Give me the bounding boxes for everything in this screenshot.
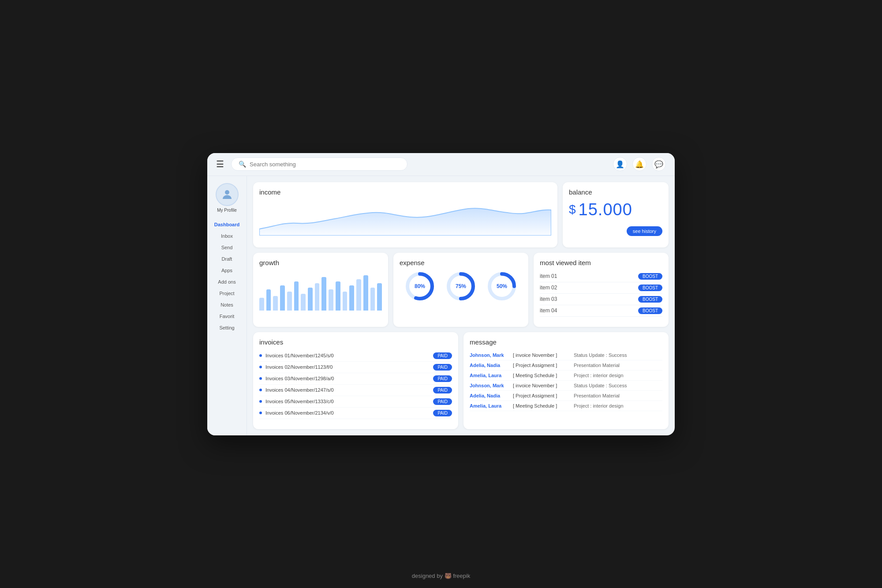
msg-sender: Amelia, Laura <box>470 403 509 408</box>
msg-sender: Adelia, Nadia <box>470 363 509 368</box>
bottom-row: invoices Invoices 01/November/1245/s/0 P… <box>253 332 669 429</box>
invoices-title: invoices <box>259 338 452 346</box>
invoice-text: Invoices 04/November/1247/s/0 <box>265 387 334 393</box>
balance-amount: $ 15.000 <box>569 200 662 219</box>
expense-title: expense <box>400 259 522 266</box>
message-list: Johnson, Mark [ invoice November ] Statu… <box>470 350 662 411</box>
profile-name: My Profile <box>217 208 236 213</box>
growth-bar <box>308 288 313 311</box>
topbar-icons: 👤 🔔 💬 <box>613 157 666 171</box>
expense-card: expense 80% <box>393 253 528 327</box>
footer: designed by 🐻 freepik <box>0 573 882 579</box>
msg-preview: Project : interior design <box>574 403 624 408</box>
growth-bar <box>377 283 382 310</box>
sidebar-item-send[interactable]: Send <box>207 242 247 253</box>
menu-icon[interactable]: ☰ <box>216 159 224 169</box>
invoice-bullet <box>259 354 262 357</box>
sidebar-item-setting[interactable]: Setting <box>207 322 247 333</box>
growth-bar <box>349 285 354 310</box>
growth-chart <box>259 271 382 311</box>
invoice-row: Invoices 06/November/2134/v/0 PAID <box>259 408 452 419</box>
invoice-text: Invoices 06/November/2134/v/0 <box>265 410 334 416</box>
growth-bar <box>294 281 299 311</box>
growth-bar <box>363 275 368 311</box>
topbar: ☰ 🔍 👤 🔔 💬 <box>207 153 675 176</box>
sidebar-item-notes[interactable]: Notes <box>207 299 247 311</box>
invoice-row: Invoices 03/November/1298/a/0 PAID <box>259 373 452 385</box>
paid-badge: PAID <box>433 410 452 416</box>
msg-sender: Amelia, Laura <box>470 373 509 378</box>
invoice-bullet <box>259 412 262 414</box>
middle-row: growth expense 80% <box>253 253 669 327</box>
boost-button[interactable]: BOOST <box>638 307 662 314</box>
boost-button[interactable]: BOOST <box>638 273 662 280</box>
income-title: income <box>259 188 551 196</box>
messages-card: message Johnson, Mark [ invoice November… <box>463 332 669 429</box>
growth-bar <box>321 277 326 310</box>
msg-sender: Johnson, Mark <box>470 383 509 388</box>
growth-bar <box>287 292 292 310</box>
donut-75: 75% <box>445 271 476 302</box>
invoice-bullet <box>259 400 262 403</box>
boost-button[interactable]: BOOST <box>638 296 662 303</box>
paid-badge: PAID <box>433 364 452 371</box>
msg-subject: [ invoice November ] <box>513 383 570 388</box>
msg-subject: [ Project Assigment ] <box>513 393 570 398</box>
sidebar-item-apps[interactable]: Apps <box>207 265 247 276</box>
donut-chart-75: 75% <box>445 271 476 302</box>
balance-number: 15.000 <box>579 200 632 219</box>
main-layout: My Profile Dashboard Inbox Send Draft Ap… <box>207 176 675 435</box>
svg-text:75%: 75% <box>456 283 466 289</box>
sidebar-item-inbox[interactable]: Inbox <box>207 230 247 242</box>
invoice-row: Invoices 01/November/1245/s/0 PAID <box>259 350 452 362</box>
chat-icon[interactable]: 💬 <box>652 157 666 171</box>
search-icon: 🔍 <box>239 161 246 168</box>
user-icon[interactable]: 👤 <box>613 157 627 171</box>
msg-sender: Johnson, Mark <box>470 352 509 358</box>
sidebar-item-dashboard[interactable]: Dashboard <box>207 219 247 230</box>
donut-80: 80% <box>404 271 435 302</box>
msg-preview: Presentation Material <box>574 363 620 368</box>
messages-title: message <box>470 338 662 346</box>
boost-button[interactable]: BOOST <box>638 285 662 291</box>
growth-bar <box>259 298 264 310</box>
svg-point-0 <box>225 190 229 195</box>
most-viewed-row: item 02 BOOST <box>540 282 662 294</box>
most-viewed-title: most viewed item <box>540 259 662 266</box>
message-row: Adelia, Nadia [ Project Assigment ] Pres… <box>470 360 662 371</box>
message-row: Adelia, Nadia [ Project Assigment ] Pres… <box>470 391 662 401</box>
invoice-text: Invoices 05/November/1333/c/0 <box>265 399 334 404</box>
most-viewed-card: most viewed item item 01 BOOSTitem 02 BO… <box>534 253 669 327</box>
item-label: item 01 <box>540 273 557 279</box>
msg-preview: Project : interior design <box>574 373 624 378</box>
most-viewed-list: item 01 BOOSTitem 02 BOOSTitem 03 BOOSTi… <box>540 271 662 317</box>
donut-chart-50: 50% <box>486 271 517 302</box>
msg-preview: Presentation Material <box>574 393 620 398</box>
sidebar-item-favorit[interactable]: Favorit <box>207 311 247 322</box>
avatar <box>216 183 239 206</box>
growth-bar <box>273 296 278 311</box>
svg-text:50%: 50% <box>497 283 507 289</box>
search-input[interactable] <box>250 161 400 168</box>
see-history-button[interactable]: see history <box>627 226 662 236</box>
growth-card: growth <box>253 253 388 327</box>
message-row: Johnson, Mark [ invoice November ] Statu… <box>470 350 662 360</box>
paid-badge: PAID <box>433 398 452 405</box>
bell-icon[interactable]: 🔔 <box>632 157 647 171</box>
sidebar-item-project[interactable]: Project <box>207 288 247 299</box>
donut-50: 50% <box>486 271 517 302</box>
growth-bar <box>336 281 340 311</box>
sidebar-item-addons[interactable]: Add ons <box>207 276 247 288</box>
item-label: item 03 <box>540 296 557 302</box>
growth-bar <box>301 294 306 311</box>
growth-bar <box>343 292 348 310</box>
item-label: item 04 <box>540 307 557 314</box>
sidebar-item-draft[interactable]: Draft <box>207 253 247 265</box>
most-viewed-row: item 01 BOOST <box>540 271 662 282</box>
profile-icon <box>220 188 234 201</box>
invoice-row: Invoices 05/November/1333/c/0 PAID <box>259 396 452 408</box>
growth-bar <box>356 279 361 311</box>
sidebar: My Profile Dashboard Inbox Send Draft Ap… <box>207 176 247 435</box>
invoice-bullet <box>259 366 262 368</box>
invoice-row: Invoices 02/November/1123/f/0 PAID <box>259 362 452 373</box>
